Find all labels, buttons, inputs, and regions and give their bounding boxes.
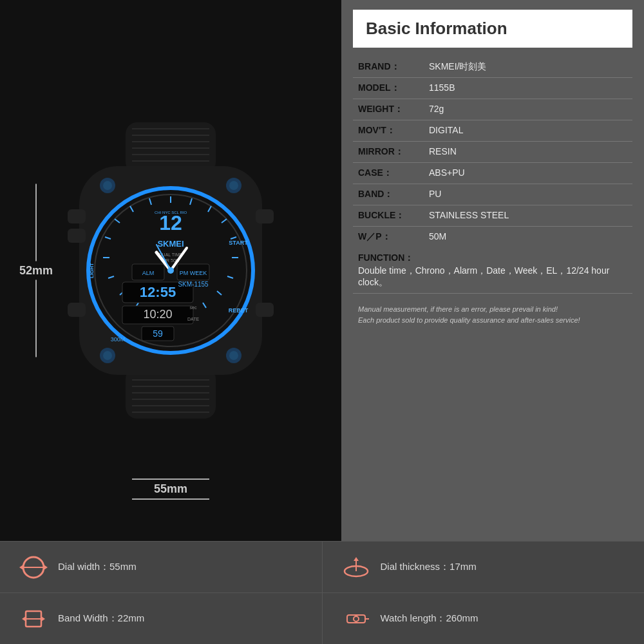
info-val-6: PU — [429, 189, 627, 199]
svg-point-91 — [354, 616, 359, 621]
info-key-5: CASE： — [358, 167, 429, 179]
svg-text:START: START — [229, 240, 248, 246]
info-val-5: ABS+PU — [429, 167, 627, 178]
info-key-4: MIRROR： — [358, 146, 429, 158]
info-title: Basic Information — [366, 19, 620, 39]
info-key-3: MOV'T： — [358, 125, 429, 137]
function-key: FUNCTION： — [358, 252, 413, 263]
info-rows: BRAND：SKMEI/时刻美MODEL：1155BWEIGHT：72gMOV'… — [353, 57, 632, 247]
info-row-2: WEIGHT：72g — [353, 99, 632, 120]
svg-text:10:20: 10:20 — [143, 308, 172, 321]
spec-watch-length: Watch length：260mm — [323, 593, 645, 644]
info-row-0: BRAND：SKMEI/时刻美 — [353, 57, 632, 78]
svg-text:REBET: REBET — [229, 307, 249, 314]
main-container: 52mm — [0, 0, 644, 644]
svg-point-74 — [167, 267, 174, 274]
width-label: 55mm — [154, 482, 187, 495]
top-section: 52mm — [0, 0, 644, 541]
info-note: Manual measurement, if there is an error… — [353, 300, 632, 329]
height-dimension: 52mm — [19, 182, 53, 360]
info-header: Basic Information — [353, 10, 632, 48]
spec-dial-width: Dial width：55mm — [0, 542, 323, 592]
svg-point-29 — [229, 351, 238, 360]
spec-row-2: Band Width：22mm Watch length：260mm — [0, 592, 644, 644]
info-row-7: BUCKLE：STAINLESS STEEL — [353, 205, 632, 227]
watch-length-icon — [342, 605, 370, 633]
spec-row-1: Dial width：55mm Dial thickness：17mm — [0, 541, 644, 592]
dial-thickness-icon — [342, 553, 370, 582]
info-row-5: CASE：ABS+PU — [353, 163, 632, 184]
function-val: Double time，Chrono，Alarm，Date，Week，EL，12… — [358, 265, 627, 289]
svg-marker-85 — [354, 557, 359, 561]
bottom-section: Dial width：55mm Dial thickness：17mm — [0, 541, 644, 644]
svg-text:59: 59 — [153, 328, 163, 339]
dial-width-label: Dial width：55mm — [58, 561, 137, 573]
info-row-4: MIRROR：RESIN — [353, 142, 632, 163]
svg-text:12:55: 12:55 — [140, 284, 176, 300]
svg-marker-82 — [44, 565, 48, 570]
info-val-3: DIGITAL — [429, 125, 627, 135]
watch-length-label: Watch length：260mm — [381, 612, 478, 625]
svg-rect-18 — [68, 229, 86, 243]
info-val-7: STAINLESS STEEL — [429, 210, 627, 220]
info-row-8: W／P：50M — [353, 227, 632, 247]
dial-thickness-label: Dial thickness：17mm — [381, 561, 477, 573]
spec-band-width: Band Width：22mm — [0, 593, 323, 644]
svg-text:12: 12 — [159, 211, 182, 234]
svg-marker-81 — [19, 565, 23, 570]
svg-text:ALM: ALM — [142, 270, 155, 276]
svg-text:PM WEEK: PM WEEK — [180, 270, 207, 276]
note-line2: Each product sold to provide quality ass… — [358, 315, 627, 326]
svg-marker-88 — [22, 616, 26, 621]
info-val-8: 50M — [429, 231, 627, 242]
band-width-icon — [19, 605, 48, 633]
svg-text:LIGHT: LIGHT — [89, 263, 95, 278]
band-width-label: Band Width：22mm — [58, 612, 144, 625]
watch-svg: CHI NYC SCL RIO 12 SKMEI DUAL TIME WR 50… — [61, 116, 280, 425]
svg-rect-21 — [256, 303, 274, 317]
info-val-2: 72g — [429, 104, 627, 114]
info-panel: Basic Information BRAND：SKMEI/时刻美MODEL：1… — [341, 0, 644, 541]
svg-rect-19 — [68, 303, 86, 317]
info-key-6: BAND： — [358, 189, 429, 200]
info-val-1: 1155B — [429, 82, 627, 93]
svg-text:300M: 300M — [111, 336, 126, 343]
width-dimension: 55mm — [132, 476, 209, 502]
note-line1: Manual measurement, if there is an error… — [358, 304, 627, 315]
watch-area: 52mm — [0, 0, 341, 541]
info-row-3: MOV'T：DIGITAL — [353, 120, 632, 142]
info-val-4: RESIN — [429, 146, 627, 156]
info-key-8: W／P： — [358, 231, 429, 243]
spec-dial-thickness: Dial thickness：17mm — [323, 542, 645, 592]
svg-text:sec: sec — [190, 305, 197, 310]
info-table: BRAND：SKMEI/时刻美MODEL：1155BWEIGHT：72gMOV'… — [353, 57, 632, 531]
svg-text:SKM-1155: SKM-1155 — [178, 281, 209, 288]
info-key-0: BRAND： — [358, 61, 429, 73]
svg-rect-17 — [68, 209, 86, 223]
height-label: 52mm — [19, 264, 53, 278]
info-key-1: MODEL： — [358, 82, 429, 94]
svg-text:DATE: DATE — [187, 317, 199, 321]
svg-point-27 — [103, 351, 112, 360]
info-key-2: WEIGHT： — [358, 104, 429, 115]
dial-width-icon — [19, 553, 48, 582]
svg-point-23 — [103, 181, 112, 190]
function-row: FUNCTION： Double time，Chrono，Alarm，Date，… — [353, 247, 632, 294]
svg-marker-89 — [41, 616, 45, 621]
info-val-0: SKMEI/时刻美 — [429, 61, 627, 73]
svg-text:SKMEI: SKMEI — [157, 239, 184, 249]
svg-point-25 — [229, 181, 238, 190]
watch-illustration: CHI NYC SCL RIO 12 SKMEI DUAL TIME WR 50… — [61, 116, 280, 425]
info-key-7: BUCKLE： — [358, 210, 429, 222]
svg-rect-20 — [256, 209, 274, 223]
info-row-1: MODEL：1155B — [353, 78, 632, 99]
info-row-6: BAND：PU — [353, 184, 632, 205]
